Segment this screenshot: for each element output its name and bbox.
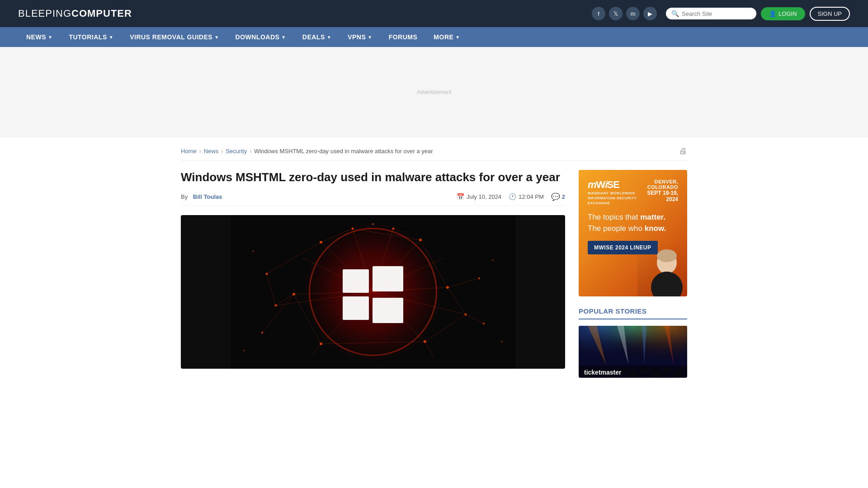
svg-point-57 — [659, 272, 675, 280]
ticketmaster-text: ticketmaster — [584, 369, 622, 376]
nav-deals-arrow: ▼ — [327, 35, 331, 40]
nav-more-label: MORE — [434, 33, 453, 41]
ad-placeholder-text: Advertisement — [417, 89, 452, 95]
nav-deals-label: DEALS — [302, 33, 325, 41]
svg-point-55 — [657, 249, 677, 262]
login-label: LOGIN — [778, 10, 797, 17]
twitter-icon[interactable]: 𝕏 — [609, 7, 623, 20]
breadcrumb-home[interactable]: Home — [181, 148, 197, 155]
nav-tutorials[interactable]: TUTORIALS ▼ — [61, 27, 122, 47]
svg-rect-45 — [343, 296, 369, 320]
article-main: Windows MSHTML zero-day used in malware … — [181, 170, 565, 378]
ad-person-illustration — [637, 242, 687, 296]
nav-virus[interactable]: VIRUS REMOVAL GUIDES ▼ — [122, 27, 227, 47]
site-logo[interactable]: BLEEPINGCOMPUTER — [18, 8, 132, 19]
sidebar: mWiSE MANDIANT WORLDWIDEINFORMATION SECU… — [579, 170, 687, 378]
svg-point-50 — [492, 259, 494, 261]
article-meta: By Bill Toulas 📅 July 10, 2024 🕐 12:04 P… — [181, 192, 565, 206]
svg-point-32 — [424, 340, 426, 343]
logo-light: BLEEPING — [18, 8, 71, 19]
nav-vpns[interactable]: VPNS ▼ — [340, 27, 381, 47]
ticketmaster-svg: ticketmaster — [579, 326, 687, 378]
svg-point-49 — [253, 250, 254, 252]
breadcrumb-current: Windows MSHTML zero-day used in malware … — [254, 148, 433, 155]
svg-point-34 — [292, 293, 295, 296]
nav-virus-label: VIRUS REMOVAL GUIDES — [130, 33, 212, 41]
ad-mwise-logo: mWiSE — [588, 179, 639, 191]
svg-point-42 — [261, 332, 263, 333]
date-text: July 10, 2024 — [467, 193, 501, 200]
breadcrumb-sep-2: › — [221, 148, 223, 155]
sidebar-ad: mWiSE MANDIANT WORLDWIDEINFORMATION SECU… — [579, 170, 687, 296]
popular-thumb-ticketmaster[interactable]: ticketmaster — [579, 326, 687, 378]
svg-rect-44 — [373, 266, 403, 291]
nav-deals[interactable]: DEALS ▼ — [294, 27, 340, 47]
nav-tutorials-label: TUTORIALS — [69, 33, 107, 41]
breadcrumb: Home › News › Security › Windows MSHTML … — [181, 146, 687, 161]
print-icon[interactable]: 🖨 — [679, 146, 687, 156]
breadcrumb-news[interactable]: News — [204, 148, 219, 155]
nav-forums[interactable]: FORUMS — [381, 27, 426, 47]
main-nav: NEWS ▼ TUTORIALS ▼ VIRUS REMOVAL GUIDES … — [0, 27, 868, 47]
nav-news-label: NEWS — [26, 33, 46, 41]
social-icons: f 𝕏 m ▶ — [592, 7, 657, 20]
search-input[interactable] — [682, 10, 751, 17]
nav-more-arrow: ▼ — [455, 35, 460, 40]
comment-count: 2 — [562, 193, 565, 200]
user-icon: 👤 — [769, 10, 776, 17]
svg-rect-43 — [343, 269, 369, 293]
nav-tutorials-arrow: ▼ — [109, 35, 113, 40]
nav-downloads-label: DOWNLOADS — [236, 33, 280, 41]
nav-vpns-arrow: ▼ — [368, 35, 372, 40]
popular-stories-title: POPULAR STORIES — [579, 307, 687, 319]
breadcrumb-sep-3: › — [250, 148, 251, 155]
ad-tagline: The topics that matter. The people who k… — [588, 211, 678, 235]
svg-point-52 — [244, 350, 245, 351]
svg-point-51 — [501, 341, 503, 342]
nav-downloads-arrow: ▼ — [281, 35, 286, 40]
breadcrumb-security[interactable]: Security — [226, 148, 247, 155]
nav-vpns-label: VPNS — [348, 33, 366, 41]
calendar-icon: 📅 — [457, 193, 464, 200]
svg-point-38 — [275, 304, 277, 306]
clock-icon: 🕐 — [509, 193, 516, 200]
ad-mwise: mWiSE MANDIANT WORLDWIDEINFORMATION SECU… — [579, 170, 687, 296]
two-col-layout: Windows MSHTML zero-day used in malware … — [181, 170, 687, 378]
svg-point-29 — [320, 241, 322, 244]
ad-mwise-subtext: MANDIANT WORLDWIDEINFORMATION SECURITY E… — [588, 191, 639, 206]
article-meta-right: 📅 July 10, 2024 🕐 12:04 PM 💬 2 — [457, 192, 565, 201]
login-button[interactable]: 👤 LOGIN — [761, 7, 805, 20]
article-date: 📅 July 10, 2024 — [457, 193, 501, 200]
nav-news-arrow: ▼ — [48, 35, 52, 40]
comment-icon: 💬 — [551, 192, 560, 201]
site-header: BLEEPINGCOMPUTER f 𝕏 m ▶ 🔍 👤 LOGIN SIGN … — [0, 0, 868, 27]
breadcrumb-left: Home › News › Security › Windows MSHTML … — [181, 148, 433, 155]
author-link[interactable]: Bill Toulas — [193, 193, 222, 200]
article-hero-image — [181, 215, 565, 369]
article-author: By Bill Toulas — [181, 193, 222, 200]
search-icon: 🔍 — [671, 10, 679, 17]
time-text: 12:04 PM — [519, 193, 544, 200]
article-comments[interactable]: 💬 2 — [551, 192, 565, 201]
ad-dates: SEPT 18-19, 2024 — [639, 190, 678, 202]
svg-point-37 — [266, 272, 268, 275]
content-wrapper: Home › News › Security › Windows MSHTML … — [163, 137, 705, 387]
mastodon-icon[interactable]: m — [626, 7, 640, 20]
search-box: 🔍 — [666, 8, 756, 19]
svg-point-53 — [372, 223, 374, 225]
facebook-icon[interactable]: f — [592, 7, 605, 20]
author-prefix: By — [181, 193, 188, 200]
svg-point-30 — [419, 239, 422, 241]
svg-point-41 — [483, 323, 485, 324]
nav-news[interactable]: NEWS ▼ — [18, 27, 61, 47]
svg-point-39 — [465, 313, 467, 315]
nav-forums-label: FORUMS — [389, 33, 418, 41]
ad-banner-top: Advertisement — [0, 47, 868, 137]
youtube-icon[interactable]: ▶ — [643, 7, 657, 20]
nav-downloads[interactable]: DOWNLOADS ▼ — [227, 27, 294, 47]
nav-more[interactable]: MORE ▼ — [425, 27, 468, 47]
ad-location: DENVER, COLORADO — [639, 179, 678, 190]
ad-person-svg — [637, 242, 687, 296]
signup-button[interactable]: SIGN UP — [810, 7, 850, 21]
article-title: Windows MSHTML zero-day used in malware … — [181, 170, 565, 185]
